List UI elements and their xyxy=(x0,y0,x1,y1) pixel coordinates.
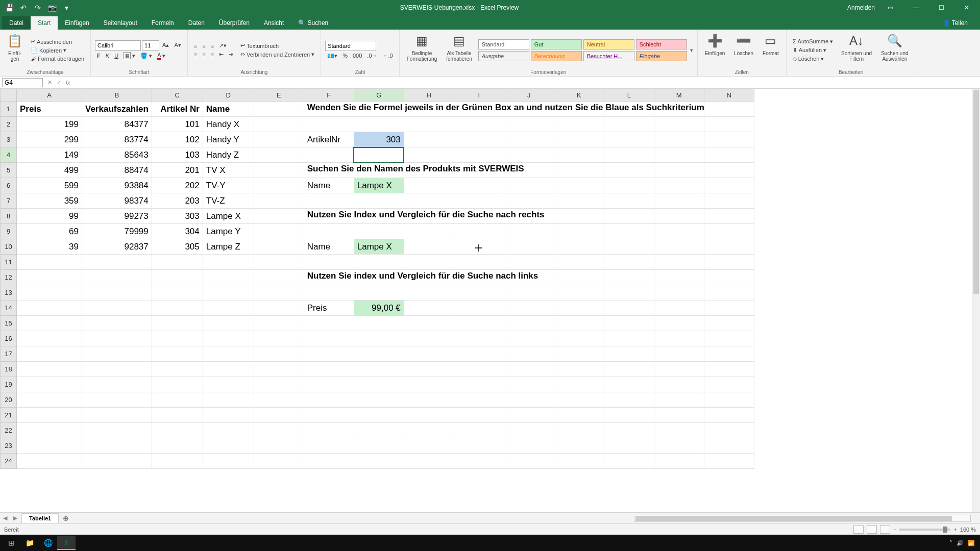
cell-D10[interactable]: Lampe Z xyxy=(203,239,254,255)
cell-A22[interactable] xyxy=(17,423,82,438)
cell-N24[interactable] xyxy=(704,454,754,469)
cell-N14[interactable] xyxy=(704,300,754,316)
cell-J11[interactable] xyxy=(504,255,554,270)
cell-G17[interactable] xyxy=(354,346,404,362)
align-middle-icon[interactable]: ≡ xyxy=(200,42,207,49)
cell-A12[interactable] xyxy=(17,270,82,285)
sheet-tab-tabelle1[interactable]: Tabelle1 xyxy=(21,513,59,523)
delete-cells-button[interactable]: ➖Löschen xyxy=(731,32,756,68)
cell-D22[interactable] xyxy=(203,423,254,438)
cell-N1[interactable] xyxy=(704,102,754,117)
row-header-7[interactable]: 7 xyxy=(1,193,17,209)
cell-H14[interactable] xyxy=(404,300,454,316)
cell-I24[interactable] xyxy=(454,454,504,469)
cancel-formula-icon[interactable]: ✕ xyxy=(45,79,54,86)
cell-C16[interactable] xyxy=(152,331,203,346)
cell-D8[interactable]: Lampe X xyxy=(203,209,254,224)
redo-icon[interactable]: ↷ xyxy=(33,3,43,13)
cell-D2[interactable]: Handy X xyxy=(203,117,254,132)
cell-D17[interactable] xyxy=(203,346,254,362)
conditional-format-button[interactable]: ▦Bedingte Formatierung xyxy=(404,32,440,68)
cell-G20[interactable] xyxy=(354,392,404,408)
style-schlecht[interactable]: Schlecht xyxy=(636,39,687,49)
cell-N8[interactable] xyxy=(704,209,754,224)
cell-B23[interactable] xyxy=(82,438,152,454)
cell-L8[interactable] xyxy=(604,209,654,224)
cell-N2[interactable] xyxy=(704,117,754,132)
cell-B13[interactable] xyxy=(82,285,152,300)
zoom-slider[interactable] xyxy=(899,529,950,531)
cell-N3[interactable] xyxy=(704,132,754,147)
start-button[interactable]: ⊞ xyxy=(2,536,20,550)
cell-G18[interactable] xyxy=(354,362,404,377)
row-header-17[interactable]: 17 xyxy=(1,346,17,362)
cell-H20[interactable] xyxy=(404,392,454,408)
cell-B10[interactable]: 92837 xyxy=(82,239,152,255)
cell-I6[interactable] xyxy=(454,178,504,193)
cell-D24[interactable] xyxy=(203,454,254,469)
cell-H6[interactable] xyxy=(404,178,454,193)
cell-L22[interactable] xyxy=(604,423,654,438)
cell-E22[interactable] xyxy=(254,423,304,438)
cell-F1[interactable]: Wenden Sie die Formel jeweils in der Grü… xyxy=(304,102,354,117)
vertical-scrollbar[interactable] xyxy=(972,89,980,512)
cell-A11[interactable] xyxy=(17,255,82,270)
cell-C13[interactable] xyxy=(152,285,203,300)
cell-B8[interactable]: 99273 xyxy=(82,209,152,224)
cell-F3[interactable]: ArtikelNr xyxy=(304,132,354,147)
cell-J20[interactable] xyxy=(504,392,554,408)
cell-L5[interactable] xyxy=(604,163,654,178)
cell-I14[interactable] xyxy=(454,300,504,316)
cell-E6[interactable] xyxy=(254,178,304,193)
format-painter-button[interactable]: 🖌Format übertragen xyxy=(29,55,86,62)
cell-I13[interactable] xyxy=(454,285,504,300)
cell-K19[interactable] xyxy=(554,377,604,392)
style-eingabe[interactable]: Eingabe xyxy=(636,51,687,61)
cell-L3[interactable] xyxy=(604,132,654,147)
cell-K18[interactable] xyxy=(554,362,604,377)
cell-E13[interactable] xyxy=(254,285,304,300)
cell-I23[interactable] xyxy=(454,438,504,454)
edge-icon[interactable]: 🌐 xyxy=(39,536,57,550)
row-header-12[interactable]: 12 xyxy=(1,270,17,285)
inc-decimal-icon[interactable]: .0→ xyxy=(365,52,379,59)
cell-E10[interactable] xyxy=(254,239,304,255)
cell-M8[interactable] xyxy=(654,209,704,224)
cell-E7[interactable] xyxy=(254,193,304,209)
cell-C8[interactable]: 303 xyxy=(152,209,203,224)
style-neutral[interactable]: Neutral xyxy=(583,39,634,49)
style-berechnung[interactable]: Berechnung xyxy=(531,51,582,61)
cell-L18[interactable] xyxy=(604,362,654,377)
cell-G15[interactable] xyxy=(354,316,404,331)
cell-J21[interactable] xyxy=(504,408,554,423)
cell-J19[interactable] xyxy=(504,377,554,392)
cell-A9[interactable]: 69 xyxy=(17,224,82,239)
cell-J4[interactable] xyxy=(504,147,554,163)
maximize-button[interactable]: ☐ xyxy=(931,0,951,15)
cell-L7[interactable] xyxy=(604,193,654,209)
cell-L16[interactable] xyxy=(604,331,654,346)
cell-B1[interactable]: Verkaufszahlen xyxy=(82,102,152,117)
cell-M4[interactable] xyxy=(654,147,704,163)
cell-A10[interactable]: 39 xyxy=(17,239,82,255)
cell-C11[interactable] xyxy=(152,255,203,270)
cell-L17[interactable] xyxy=(604,346,654,362)
save-icon[interactable]: 💾 xyxy=(4,3,14,13)
cell-G11[interactable] xyxy=(354,255,404,270)
cell-L2[interactable] xyxy=(604,117,654,132)
row-header-2[interactable]: 2 xyxy=(1,117,17,132)
cell-C5[interactable]: 201 xyxy=(152,163,203,178)
row-header-4[interactable]: 4 xyxy=(1,147,17,163)
cell-D4[interactable]: Handy Z xyxy=(203,147,254,163)
cell-M6[interactable] xyxy=(654,178,704,193)
cell-A24[interactable] xyxy=(17,454,82,469)
view-pagelayout-icon[interactable] xyxy=(867,525,877,534)
col-header-J[interactable]: J xyxy=(504,89,554,102)
row-header-1[interactable]: 1 xyxy=(1,102,17,117)
cell-K20[interactable] xyxy=(554,392,604,408)
cell-H23[interactable] xyxy=(404,438,454,454)
fill-color-button[interactable]: 🪣▾ xyxy=(138,52,154,60)
cell-H22[interactable] xyxy=(404,423,454,438)
cell-F7[interactable] xyxy=(304,193,354,209)
qat-customize-icon[interactable]: ▾ xyxy=(61,3,71,13)
